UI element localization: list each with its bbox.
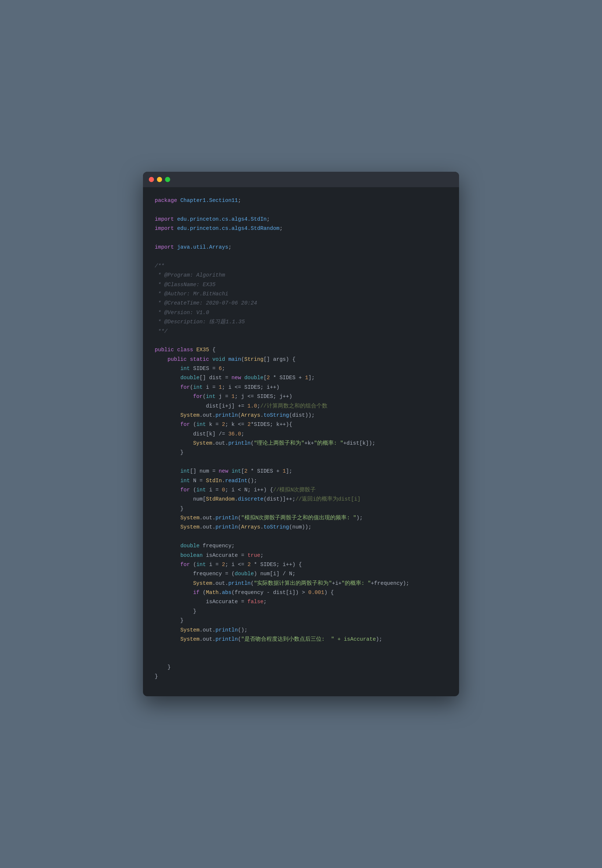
- code-editor-window: package Chapter1.Section11; import edu.p…: [143, 172, 459, 696]
- maximize-button[interactable]: [165, 177, 170, 182]
- close-button[interactable]: [149, 177, 154, 182]
- code-content: package Chapter1.Section11; import edu.p…: [143, 187, 459, 696]
- minimize-button[interactable]: [157, 177, 162, 182]
- titlebar: [143, 172, 459, 187]
